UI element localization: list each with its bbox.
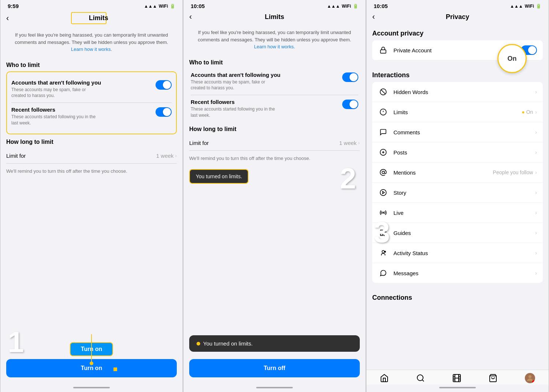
mentions-value: People you follow — [493, 169, 533, 175]
wifi-icon-2: WiFi — [342, 4, 351, 9]
limit-for-label-2: Limit for — [189, 140, 209, 146]
turn-on-highlight-1[interactable]: Turn on — [70, 342, 113, 356]
privacy-item-mentions[interactable]: Mentions People you follow › — [372, 163, 543, 183]
wifi-icon-3: WiFi — [525, 4, 534, 9]
chevron-2: › — [358, 140, 360, 146]
accounts-label-2: Accounts that aren't following you — [191, 72, 280, 78]
chevron-messages: › — [535, 270, 537, 276]
messages-icon — [378, 268, 388, 278]
learn-link-2[interactable]: Learn how it works. — [254, 44, 295, 49]
signal-icon: ▲▲▲ — [144, 4, 157, 9]
accounts-toggle-1[interactable] — [156, 80, 172, 90]
who-to-limit-title-1: Who to limit — [6, 62, 177, 68]
tab-home[interactable] — [380, 374, 389, 382]
battery-icon: 🔋 — [170, 4, 175, 9]
description-2: If you feel like you're being harassed, … — [189, 25, 360, 55]
privacy-item-hidden-words[interactable]: Hidden Words › — [372, 82, 543, 102]
privacy-item-guides[interactable]: Guides › — [372, 223, 543, 243]
limit-row-1[interactable]: Limit for 1 week › — [6, 148, 177, 164]
privacy-item-story[interactable]: Story › — [372, 183, 543, 203]
privacy-item-activity[interactable]: Activity Status › — [372, 243, 543, 263]
reminder-1: We'll remind you to turn this off after … — [6, 164, 177, 179]
how-long-title-1: How long to limit — [6, 139, 177, 145]
on-badge: On — [497, 44, 527, 73]
nav-bar-3: ‹ Privacy — [366, 11, 549, 25]
time-1: 9:59 — [8, 3, 19, 9]
content-1: If you feel like you're being harassed, … — [0, 27, 183, 338]
page-title-3: Privacy — [446, 13, 469, 21]
accounts-row-1: Accounts that aren't following you These… — [11, 76, 172, 102]
nav-bar-2: ‹ Limits — [183, 11, 366, 25]
tab-profile[interactable] — [525, 373, 535, 383]
svg-point-13 — [382, 212, 384, 213]
turn-on-button-1[interactable]: Turn on — [6, 359, 177, 377]
posts-icon — [378, 147, 388, 157]
recent-row-2: Recent followers These accounts started … — [191, 96, 358, 122]
step-number-1: 1 — [8, 325, 24, 359]
privacy-item-posts[interactable]: Posts › — [372, 142, 543, 163]
chevron-posts: › — [535, 149, 537, 155]
chevron-comments: › — [535, 129, 537, 135]
back-button-1[interactable]: ‹ — [6, 14, 9, 23]
step-number-2: 2 — [340, 162, 356, 195]
svg-marker-12 — [382, 191, 384, 194]
on-badge-container: On — [497, 44, 527, 73]
battery-icon-3: 🔋 — [536, 4, 541, 9]
signal-icon-2: ▲▲▲ — [327, 4, 340, 9]
privacy-item-comments[interactable]: Comments › — [372, 122, 543, 142]
status-icons-2: ▲▲▲ WiFi 🔋 — [327, 4, 358, 9]
learn-link-1[interactable]: Learn how it works. — [71, 46, 112, 52]
chevron-activity: › — [535, 250, 537, 256]
recent-label-2: Recent followers — [191, 99, 279, 105]
page-title-2: Limits — [265, 13, 284, 21]
recent-toggle-2[interactable] — [342, 100, 358, 109]
nav-bar-1: ‹ Limits — [0, 11, 183, 27]
svg-point-20 — [417, 375, 423, 381]
privacy-item-live[interactable]: Live › — [372, 203, 543, 223]
mentions-icon — [378, 167, 388, 178]
chevron-guides: › — [535, 230, 537, 236]
tab-bar — [366, 370, 549, 385]
how-long-title-2: How long to limit — [189, 126, 360, 132]
tab-search[interactable] — [416, 374, 425, 382]
chevron-limits: › — [535, 109, 537, 115]
svg-rect-2 — [381, 50, 386, 53]
activity-icon — [378, 248, 388, 258]
svg-line-21 — [422, 380, 424, 381]
privacy-item-limits[interactable]: Limits ● On › — [372, 102, 543, 122]
chevron-story: › — [535, 190, 537, 195]
status-bar-3: 10:05 ▲▲▲ WiFi 🔋 — [366, 0, 549, 11]
limit-value-1: 1 week › — [156, 153, 177, 159]
svg-point-31 — [529, 375, 531, 378]
chevron-1: › — [175, 153, 177, 158]
accounts-toggle-2[interactable] — [342, 72, 358, 82]
battery-icon-2: 🔋 — [353, 4, 358, 9]
tab-shop[interactable] — [489, 374, 497, 382]
chevron-hidden: › — [535, 89, 537, 95]
toast-dot-2 — [197, 342, 200, 346]
bottom-area-1: Turn on Turn on — [0, 338, 183, 385]
back-button-2[interactable]: ‹ — [189, 12, 192, 22]
connections-title: Connections — [366, 289, 549, 305]
turn-off-button-2[interactable]: Turn off — [189, 359, 360, 377]
description-1: If you feel like you're being harassed, … — [6, 27, 177, 57]
recent-toggle-1[interactable] — [156, 107, 172, 117]
chevron-mentions: › — [535, 169, 537, 175]
avatar-notification-dot — [532, 380, 535, 383]
toast-2: You turned on limits. — [189, 335, 360, 352]
limit-value-2: 1 week › — [339, 140, 360, 146]
chevron-live: › — [535, 210, 537, 216]
phone-1: 9:59 ▲▲▲ WiFi 🔋 ‹ Limits If you feel lik… — [0, 0, 183, 392]
limits-icon — [378, 107, 388, 117]
privacy-item-messages[interactable]: Messages › — [372, 263, 543, 283]
accounts-label-1: Accounts that aren't following you — [11, 79, 101, 86]
who-to-limit-box-1: Accounts that aren't following you These… — [6, 71, 177, 134]
limit-row-2[interactable]: Limit for 1 week › — [189, 135, 360, 151]
wifi-icon: WiFi — [159, 4, 168, 9]
story-icon — [378, 187, 388, 198]
back-button-3[interactable]: ‹ — [372, 12, 375, 22]
interactions-group: Hidden Words › Limits ● On › — [372, 82, 543, 283]
button-dot-1 — [113, 367, 117, 371]
toast-tooltip-2: You turned on limits. — [189, 169, 249, 184]
tab-reels[interactable] — [452, 374, 461, 382]
